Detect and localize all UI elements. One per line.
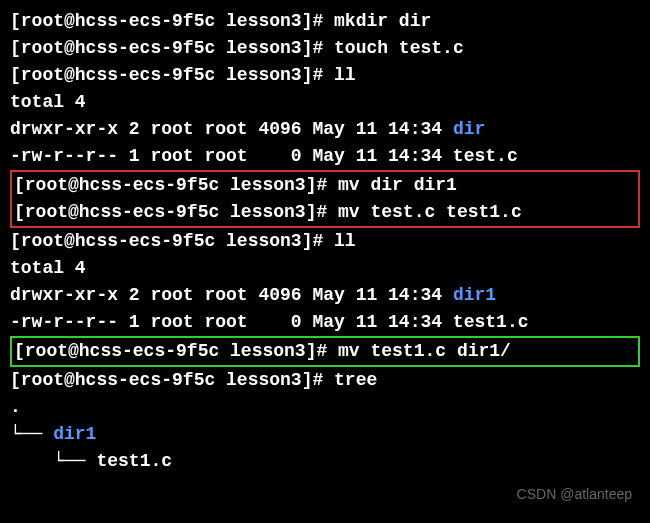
ls-perm-text: drwxr-xr-x 2 root root 4096 May 11 14:34 xyxy=(10,119,453,139)
tree-dir-name: dir1 xyxy=(53,424,96,444)
ls-entry-dir: drwxr-xr-x 2 root root 4096 May 11 14:34… xyxy=(10,282,640,309)
shell-prompt: [root@hcss-ecs-9f5c lesson3]# xyxy=(10,370,334,390)
tree-line-file: └── test1.c xyxy=(10,448,640,475)
directory-name: dir1 xyxy=(453,285,496,305)
terminal-line: [root@hcss-ecs-9f5c lesson3]# ll xyxy=(10,228,640,255)
shell-prompt: [root@hcss-ecs-9f5c lesson3]# xyxy=(14,175,338,195)
terminal-line: [root@hcss-ecs-9f5c lesson3]# mv test.c … xyxy=(14,199,636,226)
ls-entry-file: -rw-r--r-- 1 root root 0 May 11 14:34 te… xyxy=(10,309,640,336)
tree-dot: . xyxy=(10,394,640,421)
terminal-line: [root@hcss-ecs-9f5c lesson3]# tree xyxy=(10,367,640,394)
directory-name: dir xyxy=(453,119,485,139)
terminal-line: [root@hcss-ecs-9f5c lesson3]# ll xyxy=(10,62,640,89)
command-text: mv dir dir1 xyxy=(338,175,457,195)
ls-entry-file: -rw-r--r-- 1 root root 0 May 11 14:34 te… xyxy=(10,143,640,170)
terminal-line: [root@hcss-ecs-9f5c lesson3]# touch test… xyxy=(10,35,640,62)
highlight-box-red: [root@hcss-ecs-9f5c lesson3]# mv dir dir… xyxy=(10,170,640,228)
tree-branch-icon: └── xyxy=(10,451,96,471)
tree-line-dir: └── dir1 xyxy=(10,421,640,448)
command-text: mkdir dir xyxy=(334,11,431,31)
ls-entry-dir: drwxr-xr-x 2 root root 4096 May 11 14:34… xyxy=(10,116,640,143)
watermark-text: CSDN @atlanteep xyxy=(517,484,632,505)
command-text: mv test1.c dir1/ xyxy=(338,341,511,361)
command-text: tree xyxy=(334,370,377,390)
command-text: ll xyxy=(334,231,356,251)
shell-prompt: [root@hcss-ecs-9f5c lesson3]# xyxy=(14,202,338,222)
output-total: total 4 xyxy=(10,255,640,282)
tree-branch-icon: └── xyxy=(10,424,53,444)
command-text: touch test.c xyxy=(334,38,464,58)
shell-prompt: [root@hcss-ecs-9f5c lesson3]# xyxy=(10,11,334,31)
terminal-line: [root@hcss-ecs-9f5c lesson3]# mv test1.c… xyxy=(14,338,636,365)
shell-prompt: [root@hcss-ecs-9f5c lesson3]# xyxy=(10,231,334,251)
output-total: total 4 xyxy=(10,89,640,116)
highlight-box-green: [root@hcss-ecs-9f5c lesson3]# mv test1.c… xyxy=(10,336,640,367)
terminal-line: [root@hcss-ecs-9f5c lesson3]# mv dir dir… xyxy=(14,172,636,199)
command-text: mv test.c test1.c xyxy=(338,202,522,222)
shell-prompt: [root@hcss-ecs-9f5c lesson3]# xyxy=(10,38,334,58)
shell-prompt: [root@hcss-ecs-9f5c lesson3]# xyxy=(14,341,338,361)
shell-prompt: [root@hcss-ecs-9f5c lesson3]# xyxy=(10,65,334,85)
terminal-line: [root@hcss-ecs-9f5c lesson3]# mkdir dir xyxy=(10,8,640,35)
command-text: ll xyxy=(334,65,356,85)
ls-perm-text: drwxr-xr-x 2 root root 4096 May 11 14:34 xyxy=(10,285,453,305)
tree-file-name: test1.c xyxy=(96,451,172,471)
